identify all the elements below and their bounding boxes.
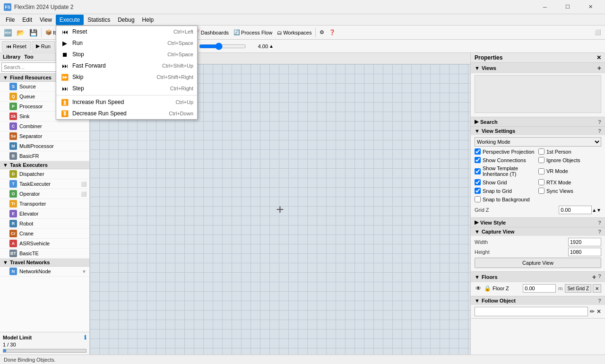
snap-grid-check[interactable] — [475, 188, 481, 194]
elevator-item[interactable]: E Elevator — [0, 209, 89, 219]
vs-help[interactable]: ? — [598, 128, 601, 134]
first-person-check[interactable] — [538, 148, 544, 155]
cv-width-label: Width — [475, 239, 568, 245]
floors-header[interactable]: ▼ Floors + ? — [471, 272, 605, 282]
multiprocessor-item[interactable]: M MultiProcessor — [0, 141, 89, 151]
rtx-mode-check[interactable] — [538, 179, 544, 185]
views-add-icon[interactable]: + — [597, 64, 601, 72]
ignore-objects-check[interactable] — [538, 157, 544, 163]
cv-height-input[interactable] — [568, 248, 601, 256]
grid-z-input[interactable] — [559, 206, 592, 214]
combiner-item[interactable]: C Combiner — [0, 121, 89, 131]
save-button[interactable]: 💾 — [27, 27, 39, 38]
close-button[interactable]: ✕ — [579, 0, 601, 14]
library-tab[interactable]: Library — [3, 54, 20, 60]
workspaces-button[interactable]: 🗂 Workspaces — [275, 27, 313, 38]
grid-z-label: Grid Z — [475, 207, 559, 213]
sync-views-check[interactable] — [538, 188, 544, 194]
robot-item[interactable]: R Robot — [0, 219, 89, 229]
menu-debug[interactable]: Debug — [114, 15, 138, 25]
follow-pencil-icon[interactable]: ✏ — [590, 308, 595, 315]
show-connections-check[interactable] — [475, 157, 481, 163]
asrsvehicle-item[interactable]: A ASRSvehicle — [0, 239, 89, 249]
dd-skip[interactable]: ⏩ Skip Ctrl+Shift+Right — [56, 71, 197, 83]
dd-reset-label: Reset — [72, 28, 173, 35]
dispatcher-item[interactable]: D Dispatcher — [0, 169, 89, 179]
vstyle-help[interactable]: ? — [598, 220, 601, 225]
processor-icon: P — [9, 103, 17, 110]
run-button[interactable]: ▶ Run — [32, 41, 55, 52]
taskexecuter-item[interactable]: T TaskExecuter ⬜ — [0, 179, 89, 189]
menu-view[interactable]: View — [36, 15, 56, 25]
travel-networks-header[interactable]: ▼ Travel Networks — [0, 259, 89, 267]
separator-item[interactable]: Se Separator — [0, 131, 89, 141]
grid-z-spinner-down[interactable]: ▼ — [596, 208, 601, 213]
reset-button[interactable]: ⏮ Reset — [2, 41, 31, 52]
floor-z-input[interactable] — [523, 284, 556, 293]
dd-reset[interactable]: ⏮ Reset Ctrl+Left — [56, 26, 197, 37]
show-grid-check[interactable] — [475, 179, 481, 185]
help-button[interactable]: ❓ — [327, 27, 337, 38]
maximize-button[interactable]: ☐ — [557, 0, 579, 14]
view-settings-header[interactable]: ▼ View Settings ? — [471, 127, 605, 135]
minimize-button[interactable]: ─ — [534, 0, 556, 14]
dd-fastforward[interactable]: ⏭ Fast Forward Ctrl+Shift+Up — [56, 60, 197, 71]
floor-delete-button[interactable]: ✕ — [593, 284, 601, 293]
floors-help[interactable]: ? — [598, 273, 601, 281]
menu-statistics[interactable]: Statistics — [84, 15, 114, 25]
view-style-header[interactable]: ▶ View Style ? — [471, 218, 605, 227]
set-grid-z-button[interactable]: Set Grid Z — [565, 284, 591, 293]
menu-help[interactable]: Help — [138, 15, 158, 25]
cv-width-input[interactable] — [568, 238, 601, 246]
crane-item[interactable]: Cr Crane — [0, 229, 89, 239]
expand-button[interactable]: ⬜ — [593, 27, 603, 38]
follow-object-input[interactable] — [475, 307, 588, 316]
model-limit-info[interactable]: ℹ — [84, 334, 86, 341]
show-template-check[interactable] — [475, 168, 481, 174]
networknode-item[interactable]: N NetworkNode ▼ — [0, 267, 89, 277]
vr-mode-check[interactable] — [538, 168, 544, 174]
working-mode-select[interactable]: Working Mode — [475, 137, 601, 147]
dd-decrease-speed[interactable]: ⏬ Decrease Run Speed Ctrl+Down — [56, 108, 197, 119]
search-help[interactable]: ? — [598, 119, 601, 125]
new-button[interactable]: 🆕 — [2, 27, 14, 38]
menu-edit[interactable]: Edit — [18, 15, 36, 25]
floors-add[interactable]: + — [592, 273, 596, 281]
open-button[interactable]: 📂 — [15, 27, 26, 38]
speed-spinner-up[interactable]: ▲ — [269, 43, 274, 49]
operator-item[interactable]: O Operator ⬜ — [0, 189, 89, 199]
process-flow-button[interactable]: 🔄 Process Flow — [232, 27, 274, 38]
views-header[interactable]: ▼ Views + — [471, 63, 605, 73]
settings-button[interactable]: ⚙ — [318, 27, 326, 38]
capture-view-header[interactable]: ▼ Capture View ? — [471, 227, 605, 236]
speed-slider[interactable] — [199, 43, 246, 50]
show-connections-row: Show Connections — [475, 157, 537, 163]
capture-view-button[interactable]: Capture View — [475, 258, 601, 268]
transporter-item[interactable]: Tr Transporter — [0, 199, 89, 209]
follow-clear-icon[interactable]: ✕ — [596, 308, 601, 315]
app-logo: FS — [4, 3, 11, 11]
cv-help[interactable]: ? — [598, 229, 601, 234]
properties-close[interactable]: ✕ — [596, 54, 601, 61]
floor-lock-btn[interactable]: 🔒 — [484, 285, 491, 292]
snap-grid-label: Snap to Grid — [483, 188, 512, 194]
perspective-check[interactable] — [475, 148, 481, 155]
tool-tab[interactable]: Too — [24, 54, 33, 60]
grid-z-spinner-up[interactable]: ▲ — [592, 208, 596, 213]
dd-increase-speed[interactable]: ⏫ Increase Run Speed Ctrl+Up — [56, 96, 197, 108]
follow-object-header[interactable]: ▼ Follow Object ? — [471, 296, 605, 305]
floor-eye-btn[interactable]: 👁 — [475, 285, 482, 292]
fo-help[interactable]: ? — [598, 298, 601, 303]
nn-dropdown[interactable]: ▼ — [82, 269, 86, 274]
menu-file[interactable]: File — [2, 15, 18, 25]
task-executers-header[interactable]: ▼ Task Executers — [0, 161, 89, 169]
snap-bg-check[interactable] — [475, 196, 481, 202]
basicte-item[interactable]: BT BasicTE — [0, 249, 89, 259]
dd-stop[interactable]: ⏹ Stop Ctrl+Space — [56, 49, 197, 60]
show-grid-label: Show Grid — [483, 180, 507, 185]
search-header[interactable]: ▶ Search ? — [471, 117, 605, 126]
menu-execute[interactable]: Execute — [56, 15, 84, 25]
dd-run[interactable]: ▶ Run Ctrl+Space — [56, 37, 197, 49]
basicfr-item[interactable]: B BasicFR — [0, 151, 89, 161]
dd-step[interactable]: ⏭ Step Ctrl+Right — [56, 83, 197, 94]
